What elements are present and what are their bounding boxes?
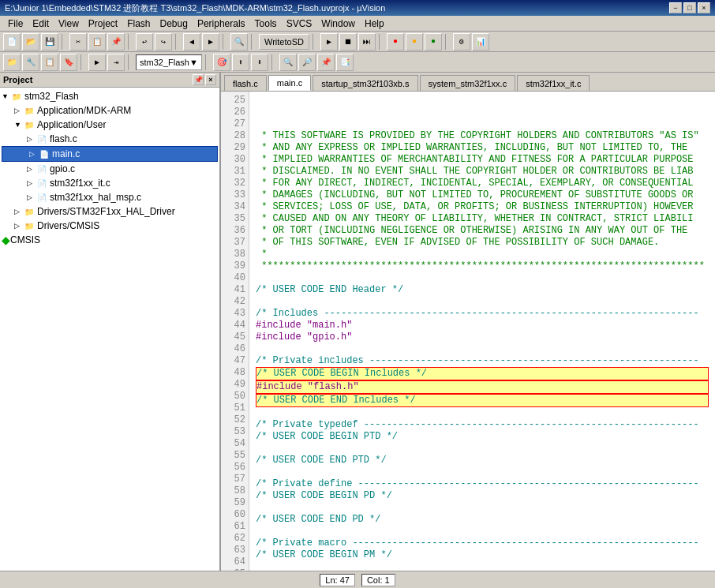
tb-btn-14[interactable]: 📊 [472,33,489,51]
line-num-54: 54 [224,438,245,450]
code-line-45: /* Private includes --------------------… [256,355,709,367]
tb2-btn-4[interactable]: 🔖 [60,54,77,71]
code-line-28: * IMPLIED WARRANTIES OF MERCHANTABILITY … [256,154,709,166]
tree-item-hal-msp[interactable]: ▷ 📄 stm32f1xx_hal_msp.c [2,190,218,204]
line-numbers: 2526272829303132333435363738394041424344… [221,92,249,571]
tb-btn-8[interactable]: ⏹ [339,33,357,51]
code-editor[interactable]: 2526272829303132333435363738394041424344… [221,92,715,571]
tree-item-cmsis[interactable]: ▷ 📁 Drivers/CMSIS [2,219,218,233]
tb-btn-7[interactable]: ▶ [320,33,338,51]
tb2-btn-2[interactable]: 🔧 [22,54,39,71]
tree-item-hal-driver[interactable]: ▷ 📁 Drivers/STM32F1xx_HAL_Driver [2,204,218,219]
tree-item-stm32-it[interactable]: ▷ 📄 stm32f1xx_it.c [2,176,218,190]
flash-c-expand-icon[interactable]: ▷ [27,135,35,143]
toolbar-2: 📁 🔧 📋 🔖 ▶ ⇥ stm32_Flash ▼ 🎯 ⬆ ⬇ 🔍 🔎 📌 📑 [0,52,715,73]
main-area: Project 📌 × ▼ 📁 stm32_Flash ▷ 📁 Applicat… [0,73,715,571]
line-num-43: 43 [224,308,245,320]
line-num-39: 39 [224,260,245,272]
tb2-btn-9[interactable]: ⬇ [251,54,268,71]
menu-item-edit[interactable]: Edit [28,17,54,31]
tb2-btn-10[interactable]: 🔍 [279,54,297,71]
tree-item-gpio-c[interactable]: ▷ 📄 gpio.c [2,162,218,176]
code-line-57 [256,502,709,514]
cmsis-expand-icon[interactable]: ▷ [14,222,22,230]
search-button[interactable]: 🔍 [230,33,248,51]
tab-stm32f1xx_it-c[interactable]: stm32f1xx_it.c [517,75,590,91]
line-num-30: 30 [224,154,245,166]
mdk-arm-expand-icon[interactable]: ▷ [14,107,22,114]
main-c-expand-icon[interactable]: ▷ [29,150,37,158]
file-selector-dropdown[interactable]: stm32_Flash ▼ [136,54,202,70]
stm32-it-expand-icon[interactable]: ▷ [27,179,35,187]
tab-main-c[interactable]: main.c [268,75,311,91]
root-expand-icon[interactable]: ▼ [2,92,9,100]
tb-btn-12[interactable]: ● [425,33,442,51]
tab-startup_stm32f103xb-s[interactable]: startup_stm32f103xb.s [313,75,417,91]
minimize-button[interactable]: − [669,2,682,13]
menu-item-debug[interactable]: Debug [155,17,193,31]
back-button[interactable]: ◀ [183,33,200,51]
tree-stm32-it-label: stm32f1xx_it.c [50,178,110,189]
close-button[interactable]: × [698,2,710,13]
menu-item-project[interactable]: Project [84,17,122,31]
redo-button[interactable]: ↪ [155,33,172,51]
tree-item-mdk-arm[interactable]: ▷ 📁 Application/MDK-ARM [2,103,218,118]
tb2-btn-7[interactable]: 🎯 [213,54,230,71]
tb2-btn-8[interactable]: ⬆ [232,54,249,71]
tb-btn-13[interactable]: ⚙ [453,33,470,51]
tb-btn-11[interactable]: ● [406,33,423,51]
project-pin-button[interactable]: 📌 [193,74,204,85]
tree-root[interactable]: ▼ 📁 stm32_Flash [2,89,218,103]
tb-btn-10[interactable]: ● [387,33,404,51]
menu-item-svcs[interactable]: SVCS [282,17,317,31]
code-content[interactable]: * THIS SOFTWARE IS PROVIDED BY THE COPYR… [249,92,715,571]
tb2-btn-11[interactable]: 🔎 [298,54,316,71]
tree-item-app-user[interactable]: ▼ 📁 Application/User [2,118,218,132]
undo-button[interactable]: ↩ [136,33,153,51]
tree-hal-driver-label: Drivers/STM32F1xx_HAL_Driver [37,206,175,217]
cut-button[interactable]: ✂ [69,33,87,51]
line-num-59: 59 [224,497,245,509]
tb2-btn-13[interactable]: 📑 [336,54,354,71]
save-button[interactable]: 💾 [41,33,58,51]
tab-system_stm32f1xx-c[interactable]: system_stm32f1xx.c [420,75,516,91]
menu-item-tools[interactable]: Tools [250,17,282,31]
title-bar: E:\Junior 1\Embedded\STM32 进阶教程 T3\stm32… [0,0,715,16]
hal-driver-expand-icon[interactable]: ▷ [14,208,22,215]
menu-item-file[interactable]: File [3,17,28,31]
tb2-btn-6[interactable]: ⇥ [107,54,125,71]
tab-label-1: main.c [277,78,302,88]
tree-item-main-c[interactable]: ▷ 📄 main.c [2,146,218,162]
tree-item-flash-c[interactable]: ▷ 📄 flash.c [2,132,218,146]
menu-item-view[interactable]: View [54,17,84,31]
project-close-button[interactable]: × [205,74,216,85]
menu-item-help[interactable]: Help [360,17,389,31]
menu-item-peripherals[interactable]: Peripherals [193,17,250,31]
tab-flash-c[interactable]: flash.c [224,75,267,91]
project-header-buttons[interactable]: 📌 × [193,74,216,85]
menu-item-flash[interactable]: Flash [122,17,155,31]
tb-btn-9[interactable]: ⏭ [358,33,376,51]
forward-button[interactable]: ▶ [202,33,219,51]
hal-msp-expand-icon[interactable]: ▷ [27,193,35,201]
new-file-button[interactable]: 📄 [3,33,21,51]
window-controls[interactable]: − □ × [669,2,710,13]
open-file-button[interactable]: 📂 [22,33,39,51]
line-num-52: 52 [224,414,245,426]
tb2-btn-12[interactable]: 📌 [317,54,335,71]
menu-item-window[interactable]: Window [316,17,360,31]
paste-button[interactable]: 📌 [107,33,125,51]
tb2-btn-3[interactable]: 📋 [41,54,58,71]
line-num-45: 45 [224,331,245,343]
tb2-btn-5[interactable]: ▶ [88,54,106,71]
line-num-61: 61 [224,521,245,533]
copy-button[interactable]: 📋 [88,33,106,51]
writeto-button[interactable]: WritetoSD [259,34,309,50]
code-line-33: * CAUSED AND ON ANY THEORY OF LIABILITY,… [256,213,709,225]
line-num-49: 49 [224,379,245,391]
tree-item-cmsis-diamond[interactable]: ◆ CMSIS [2,233,218,247]
app-user-expand-icon[interactable]: ▼ [14,121,22,129]
gpio-c-expand-icon[interactable]: ▷ [27,165,35,173]
maximize-button[interactable]: □ [683,2,696,13]
tb2-btn-1[interactable]: 📁 [3,54,21,71]
